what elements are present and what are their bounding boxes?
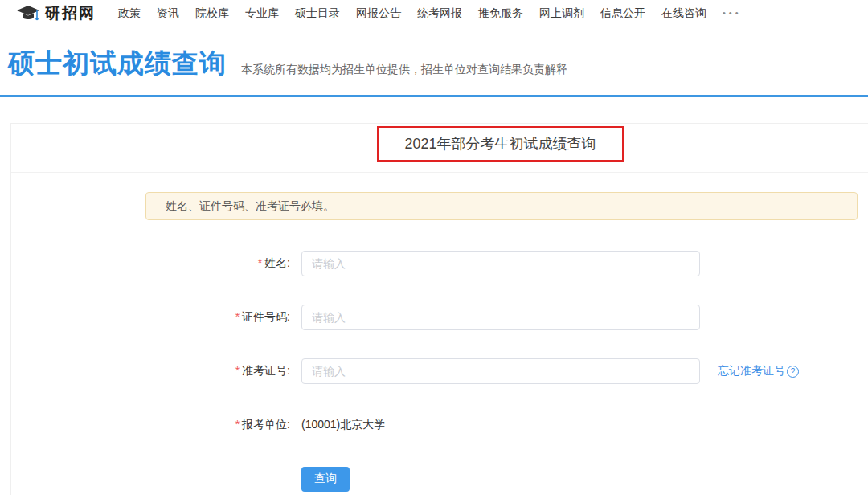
name-input[interactable] [301, 251, 700, 276]
more-menu-icon[interactable]: ••• [714, 0, 750, 27]
query-form: *姓名: *证件号码: *准考证号: 忘记准考证号 ? [11, 251, 868, 492]
nav-item-info-disclosure[interactable]: 信息公开 [592, 0, 653, 27]
id-number-input[interactable] [301, 305, 700, 330]
ticket-number-label: *准考证号: [145, 364, 290, 378]
required-asterisk: * [258, 256, 262, 269]
red-highlight-box: 2021年部分考生初试成绩查询 [377, 126, 624, 162]
target-institution-value: (10001)北京大学 [301, 418, 385, 432]
page-header: 硕士初试成绩查询 本系统所有数据均为招生单位提供，招生单位对查询结果负责解释 [0, 27, 868, 95]
card-header: 2021年部分考生初试成绩查询 [11, 124, 868, 173]
header-accent-line [0, 95, 868, 97]
ticket-number-input[interactable] [301, 358, 700, 384]
notice-banner: 姓名、证件号码、准考证号必填。 [145, 192, 858, 220]
nav-item-major-library[interactable]: 专业库 [237, 0, 287, 27]
card-title: 2021年部分考生初试成绩查询 [404, 134, 596, 153]
nav-item-unified-exam-report[interactable]: 统考网报 [409, 0, 470, 27]
form-row-submit: 查询 [11, 466, 868, 492]
score-query-card: 2021年部分考生初试成绩查询 姓名、证件号码、准考证号必填。 *姓名: *证件… [10, 123, 868, 495]
nav-item-news[interactable]: 资讯 [149, 0, 187, 27]
nav-item-online-consult[interactable]: 在线咨询 [653, 0, 714, 27]
form-row-target-institution: *报考单位: (10001)北京大学 [11, 412, 868, 438]
nav-item-policy[interactable]: 政策 [110, 0, 149, 27]
form-row-ticket-number: *准考证号: 忘记准考证号 ? [11, 358, 868, 384]
site-logo[interactable]: 研招网 [16, 3, 96, 24]
nav-item-college-library[interactable]: 院校库 [187, 0, 237, 27]
target-institution-label: *报考单位: [145, 418, 290, 432]
required-asterisk: * [235, 364, 240, 377]
query-button[interactable]: 查询 [301, 467, 350, 492]
required-asterisk: * [235, 418, 240, 431]
top-navbar: 研招网 政策 资讯 院校库 专业库 硕士目录 网报公告 统考网报 推免服务 网上… [0, 0, 868, 27]
id-number-label: *证件号码: [145, 310, 290, 325]
forgot-ticket-link[interactable]: 忘记准考证号 ? [718, 364, 799, 378]
required-asterisk: * [235, 310, 240, 323]
form-row-id-number: *证件号码: [11, 305, 868, 330]
nav-item-online-report-notice[interactable]: 网报公告 [348, 0, 409, 27]
site-logo-text: 研招网 [45, 3, 96, 24]
card-body: 姓名、证件号码、准考证号必填。 *姓名: *证件号码: *准考证号: [11, 192, 868, 492]
nav-item-online-adjustment[interactable]: 网上调剂 [531, 0, 592, 27]
page-subtitle: 本系统所有数据均为招生单位提供，招生单位对查询结果负责解释 [241, 63, 567, 77]
nav-item-master-catalog[interactable]: 硕士目录 [287, 0, 348, 27]
nav-item-exemption-service[interactable]: 推免服务 [470, 0, 531, 27]
page-title: 硕士初试成绩查询 [8, 46, 227, 82]
form-row-name: *姓名: [11, 251, 868, 276]
graduation-cap-icon [16, 5, 45, 22]
help-question-icon[interactable]: ? [787, 366, 799, 378]
name-label: *姓名: [145, 256, 290, 271]
